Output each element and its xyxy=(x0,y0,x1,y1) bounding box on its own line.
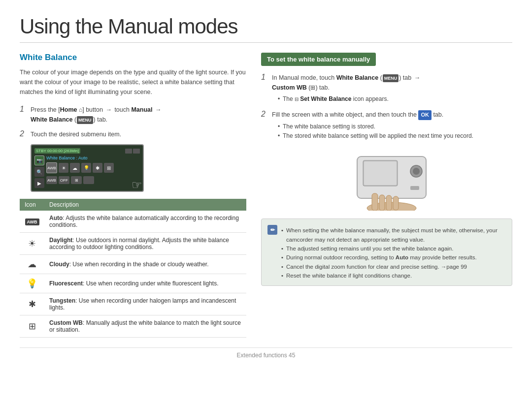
bullet-wb-applied: The stored white balance setting will be… xyxy=(278,131,473,141)
svg-rect-7 xyxy=(372,193,378,211)
bullet-set-wb: The ⊟ Set White Balance icon appears. xyxy=(278,94,421,104)
table-row: ☀ Daylight: Use outdoors in normal dayli… xyxy=(20,233,246,255)
table-cell-icon: ✱ xyxy=(20,293,44,315)
note-bullet-item: Reset the white balance if light conditi… xyxy=(281,271,506,280)
svg-point-4 xyxy=(413,168,420,175)
note-bullet-item: Cancel the digital zoom function for cle… xyxy=(281,262,506,271)
wb-icons-row: AWB ☀ ☁ 💡 ✱ ⊞ xyxy=(46,162,128,173)
icon-cell-symbol: ✱ xyxy=(29,299,36,309)
table-cell-icon: ☁ xyxy=(20,255,44,274)
wb-auto-icon: AWB xyxy=(46,162,57,173)
note-box: ✏ When setting the white balance manuall… xyxy=(261,219,512,285)
step-1-number: 1 xyxy=(20,105,28,114)
note-icon: ✏ xyxy=(267,225,277,235)
note-bullet-item: When setting the white balance manually,… xyxy=(281,226,506,244)
table-cell-desc: Custom WB: Manually adjust the white bal… xyxy=(44,315,246,338)
table-cell-desc: Fluorescent: Use when recording under wh… xyxy=(44,274,246,293)
icon-table: Icon Description AWB Auto: Adjusts the w… xyxy=(20,199,246,338)
camera-left-icons: 📷 🔍 ▶ xyxy=(34,156,44,188)
table-cell-desc: Daylight: Use outdoors in normal dayligh… xyxy=(44,233,246,255)
camera-bottom-row: AWB OFF ⊞ xyxy=(46,176,128,184)
page-title: Using the Manual modes xyxy=(20,15,512,38)
svg-rect-10 xyxy=(393,196,399,210)
svg-rect-5 xyxy=(410,186,419,190)
title-divider xyxy=(20,42,512,43)
note-text: When setting the white balance manually,… xyxy=(281,224,506,280)
camera-icons-right xyxy=(125,149,140,154)
camera-screen: STBY 00:00:00 [263Min] 📷 🔍 ▶ White Balan… xyxy=(31,144,144,192)
camera-topbar: STBY 00:00:00 [263Min] xyxy=(34,148,140,154)
step-2: 2 Touch the desired submenu item. xyxy=(20,129,246,139)
note-bullet-item: The adjusted setting remains until you s… xyxy=(281,244,506,253)
step-1-text: Press the [Home ⌂] button → touch Manual… xyxy=(31,105,162,125)
table-row: 💡 Fluorescent: Use when recording under … xyxy=(20,274,246,293)
icon-cell-box: AWB xyxy=(25,219,39,225)
right-step-1-number: 1 xyxy=(261,73,269,82)
right-step-2-text: Fill the screen with a white object, and… xyxy=(272,110,473,141)
table-cell-desc: Cloudy: Use when recording in the shade … xyxy=(44,255,246,274)
table-cell-desc: Auto: Adjusts the white balance automati… xyxy=(44,211,246,233)
bullet-wb-stored: The white balance setting is stored. xyxy=(278,122,473,131)
right-step-2: 2 Fill the screen with a white object, a… xyxy=(261,110,512,141)
device-illustration-area xyxy=(261,147,512,211)
table-row: ⊞ Custom WB: Manually adjust the white b… xyxy=(20,315,246,338)
cam-left-icon-3: ▶ xyxy=(34,178,44,188)
right-section-header: To set the white balance manually xyxy=(261,53,376,66)
camera-hand-area: ☞ xyxy=(130,156,140,188)
icon-cell-symbol: ☁ xyxy=(28,259,36,269)
cam-bottom-2: OFF xyxy=(59,176,69,184)
wb-tung-icon: ✱ xyxy=(93,163,102,173)
icon-cell-symbol: ⊞ xyxy=(29,321,36,331)
cam-icon-1 xyxy=(125,149,132,154)
right-step-2-bullets: The white balance setting is stored. The… xyxy=(272,122,473,141)
cam-bottom-4 xyxy=(83,176,94,184)
intro-text: The colour of your image depends on the … xyxy=(20,67,246,97)
wb-custom-icon: ⊞ xyxy=(104,163,114,173)
table-header-row: Icon Description xyxy=(20,199,246,211)
table-cell-desc: Tungsten: Use when recording under halog… xyxy=(44,293,246,315)
right-step-1-text: In Manual mode, touch White Balance (MEN… xyxy=(272,73,421,104)
section-heading: White Balance xyxy=(20,53,246,62)
main-layout: White Balance The colour of your image d… xyxy=(20,53,512,338)
right-step-2-number: 2 xyxy=(261,110,269,119)
table-row: ☁ Cloudy: Use when recording in the shad… xyxy=(20,255,246,274)
table-cell-icon: 💡 xyxy=(20,274,44,293)
note-bullet-item: During normal outdoor recording, setting… xyxy=(281,253,506,262)
cam-bottom-1: AWB xyxy=(46,176,57,184)
menu-icon-inline: MENU xyxy=(77,116,93,124)
table-cell-icon: ☀ xyxy=(20,233,44,255)
wb-cloud-icon: ☁ xyxy=(70,163,80,173)
camera-stby: STBY 00:00:00 [263Min] xyxy=(34,148,80,154)
note-bullet-list: When setting the white balance manually,… xyxy=(281,226,506,280)
icon-cell-symbol: ☀ xyxy=(28,239,36,249)
table-row: ✱ Tungsten: Use when recording under hal… xyxy=(20,293,246,315)
ok-button-label: OK xyxy=(418,110,432,120)
cam-icon-2 xyxy=(133,149,140,154)
camera-center: White Balance : Auto AWB ☀ ☁ 💡 ✱ ⊞ AWB O… xyxy=(46,156,128,188)
hand-pointer-icon: ☞ xyxy=(132,178,142,192)
cam-left-icon-2: 🔍 xyxy=(34,167,44,177)
right-step-1: 1 In Manual mode, touch White Balance (M… xyxy=(261,73,512,104)
table-col-icon: Icon xyxy=(20,199,44,211)
menu-tab-icon: MENU xyxy=(383,74,399,82)
cam-left-icon-1: 📷 xyxy=(34,156,44,165)
right-column: To set the white balance manually 1 In M… xyxy=(261,53,512,338)
wb-fluor-icon: 💡 xyxy=(81,163,91,173)
svg-rect-2 xyxy=(364,161,397,185)
step-1: 1 Press the [Home ⌂] button → touch Manu… xyxy=(20,105,246,125)
table-col-desc: Description xyxy=(44,199,246,211)
cam-bottom-3: ⊞ xyxy=(71,176,82,184)
wb-sun-icon: ☀ xyxy=(59,163,68,173)
right-step-1-bullets: The ⊟ Set White Balance icon appears. xyxy=(272,94,421,104)
svg-rect-9 xyxy=(386,195,392,211)
step-2-text: Touch the desired submenu item. xyxy=(31,129,121,139)
svg-rect-8 xyxy=(379,195,385,211)
icon-cell-symbol: 💡 xyxy=(27,279,37,288)
table-cell-icon: AWB xyxy=(20,211,44,233)
left-column: White Balance The colour of your image d… xyxy=(20,53,246,338)
device-svg xyxy=(337,147,436,211)
table-cell-icon: ⊞ xyxy=(20,315,44,338)
step-2-number: 2 xyxy=(20,129,28,138)
table-row: AWB Auto: Adjusts the white balance auto… xyxy=(20,211,246,233)
page-footer: Extended functions 45 xyxy=(20,347,512,359)
